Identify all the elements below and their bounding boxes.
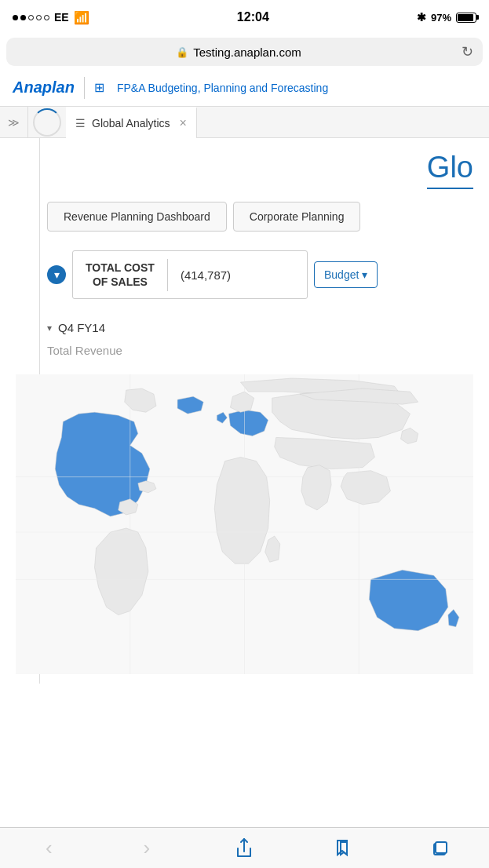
forward-icon: › [144, 836, 151, 860]
tab-nav-chevron[interactable]: ≫ [0, 107, 28, 138]
total-revenue-label: Total Revenue [0, 341, 489, 360]
url-content: 🔒 Testing.anaplan.com [16, 46, 462, 59]
back-icon: ‹ [46, 836, 53, 860]
chevron-down-icon: ▾ [54, 268, 60, 281]
q4-collapse-arrow[interactable]: ▾ [47, 323, 52, 334]
status-time: 12:04 [237, 10, 269, 24]
anaplan-logo[interactable]: Anaplan [13, 78, 75, 97]
header-divider [84, 77, 85, 99]
dot-5 [44, 15, 49, 20]
reload-icon[interactable]: ↻ [462, 43, 473, 60]
budget-arrow-icon: ▾ [362, 268, 367, 281]
collapse-button[interactable]: ▾ [47, 265, 66, 284]
data-label: TOTAL COST OF SALES [73, 251, 167, 298]
bottom-toolbar: ‹ › [0, 827, 489, 868]
data-label-line1: TOTAL COST [86, 261, 155, 275]
corporate-planning-button[interactable]: Corporate Planning [233, 202, 361, 232]
active-tab[interactable]: ☰ Global Analytics × [66, 107, 197, 138]
q4-section: ▾ Q4 FY14 [0, 318, 489, 341]
data-value: (414,787) [167, 259, 307, 291]
data-card: TOTAL COST OF SALES (414,787) [72, 250, 308, 299]
hamburger-icon: ☰ [75, 117, 86, 129]
forward-button[interactable]: › [127, 831, 166, 866]
wifi-icon: 📶 [74, 10, 89, 25]
bookmarks-icon [333, 837, 352, 859]
tab-close-button[interactable]: × [180, 116, 187, 130]
share-icon [235, 837, 254, 859]
bookmarks-button[interactable] [323, 831, 362, 866]
status-left: EE 📶 [13, 10, 89, 25]
global-title: Glo [427, 151, 473, 189]
data-row: ▾ TOTAL COST OF SALES (414,787) Budget ▾ [47, 250, 442, 299]
global-header-area: Glo [0, 138, 489, 195]
battery-percent: 97% [431, 12, 451, 24]
dot-3 [28, 15, 34, 20]
nav-buttons: Revenue Planning Dashboard Corporate Pla… [0, 195, 489, 244]
budget-label: Budget [324, 268, 359, 281]
nav-link[interactable]: FP&A Budgeting, Planning and Forecasting [117, 82, 328, 94]
url-text: Testing.anaplan.com [193, 46, 301, 59]
dot-4 [36, 15, 42, 20]
status-right: ✱ 97% [417, 11, 476, 24]
revenue-planning-dashboard-button[interactable]: Revenue Planning Dashboard [47, 202, 227, 232]
map-container [0, 360, 489, 684]
tabs-button[interactable] [421, 831, 460, 866]
tabs-icon [431, 839, 450, 858]
svg-rect-9 [436, 842, 447, 853]
battery-bar [456, 13, 476, 23]
dot-1 [13, 15, 18, 20]
share-button[interactable] [224, 831, 264, 866]
main-content: Glo Revenue Planning Dashboard Corporate… [0, 138, 489, 684]
tab-bar: ≫ ☰ Global Analytics × [0, 107, 489, 138]
world-map [16, 374, 473, 674]
tab-spinner-icon [33, 108, 61, 137]
chevron-left-icon: ≫ [8, 116, 20, 129]
carrier-name: EE [54, 11, 69, 24]
lock-icon: 🔒 [176, 46, 188, 58]
url-bar[interactable]: 🔒 Testing.anaplan.com ↻ [6, 38, 483, 66]
bluetooth-icon: ✱ [417, 11, 426, 24]
back-button[interactable]: ‹ [29, 831, 68, 866]
battery-fill [458, 14, 473, 21]
dot-2 [20, 15, 26, 20]
status-bar: EE 📶 12:04 ✱ 97% [0, 0, 489, 35]
data-label-line2: OF SALES [86, 275, 155, 289]
budget-button[interactable]: Budget ▾ [314, 261, 378, 288]
grid-icon: ⊞ [94, 80, 104, 95]
q4-label: Q4 FY14 [58, 321, 105, 334]
tab-label: Global Analytics [92, 117, 170, 129]
data-section: ▾ TOTAL COST OF SALES (414,787) Budget ▾ [0, 244, 489, 318]
total-revenue-text: Total Revenue [47, 344, 122, 357]
signal-dots [13, 15, 49, 20]
anaplan-header: Anaplan ⊞ FP&A Budgeting, Planning and F… [0, 69, 489, 107]
